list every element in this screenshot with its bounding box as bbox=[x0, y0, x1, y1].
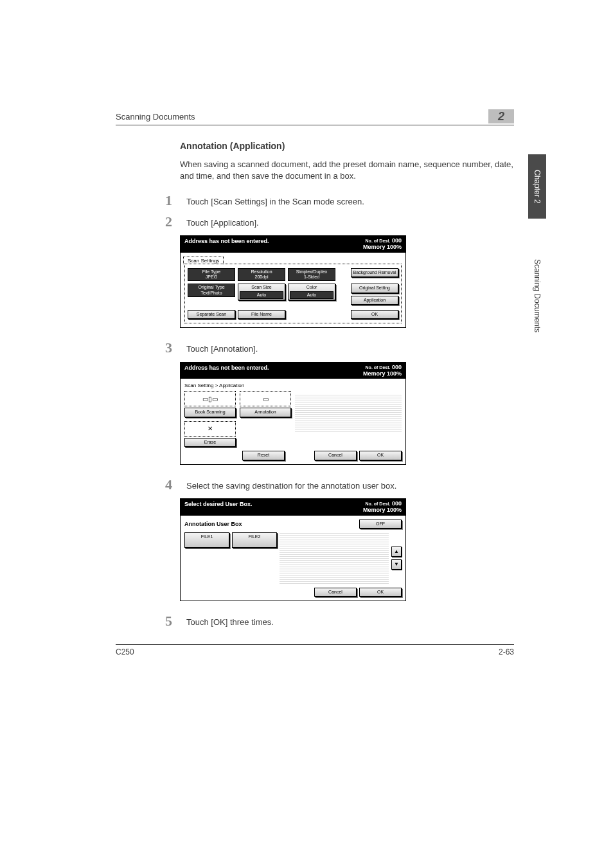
ui4-header-right: No. of Dest. 000 Memory 100% bbox=[363, 501, 402, 514]
ui-select-user-box: Select desired User Box. No. of Dest. 00… bbox=[180, 498, 406, 602]
step-2-number: 2 bbox=[161, 215, 172, 229]
side-tab-section: Scanning Documents bbox=[528, 225, 546, 366]
ui4-ok-button[interactable]: OK bbox=[359, 588, 402, 597]
running-head: Scanning Documents 2 bbox=[116, 109, 514, 125]
file-type-button[interactable]: File Type JPEG bbox=[188, 268, 235, 282]
step-5-number: 5 bbox=[161, 614, 172, 628]
ui3-dest-label: No. of Dest. bbox=[366, 365, 391, 370]
original-type-button[interactable]: Original Type Text/Photo bbox=[188, 284, 235, 297]
ui4-subtitle: Annotation User Box bbox=[184, 521, 242, 527]
original-type-value: Text/Photo bbox=[200, 291, 222, 295]
running-head-title: Scanning Documents bbox=[116, 112, 195, 122]
ui4-header-left: Select desired User Box. bbox=[184, 501, 253, 514]
ui3-breadcrumb: Scan Setting > Application bbox=[184, 383, 402, 388]
ui3-header-left: Address has not been entered. bbox=[184, 365, 269, 377]
file-type-label: File Type bbox=[202, 269, 220, 274]
simplex-duplex-value: 1-Sided bbox=[304, 275, 319, 279]
erase-button[interactable]: Erase bbox=[184, 438, 236, 447]
ui-application: Address has not been entered. No. of Des… bbox=[180, 362, 406, 465]
resolution-label: Resolution bbox=[251, 269, 272, 274]
ui3-header: Address has not been entered. No. of Des… bbox=[181, 363, 405, 379]
ui4-memory: Memory 100% bbox=[363, 507, 402, 513]
step-1-number: 1 bbox=[161, 194, 172, 208]
ui2-tab-scan-settings[interactable]: Scan Settings bbox=[183, 257, 224, 264]
step-4-text: Select the saving destination for the an… bbox=[186, 478, 396, 492]
ui3-reset-button[interactable]: Reset bbox=[242, 451, 285, 460]
step-5-text: Touch [OK] three times. bbox=[186, 614, 274, 628]
application-button[interactable]: Application bbox=[351, 296, 398, 305]
book-scanning-icon: ▭▯▭ bbox=[184, 391, 236, 406]
ui2-header-left: Address has not been entered. bbox=[184, 238, 269, 251]
scan-size-label: Scan Size bbox=[251, 285, 272, 289]
scroll-up-button[interactable]: ▲ bbox=[391, 547, 402, 557]
file-type-value: JPEG bbox=[206, 275, 217, 279]
resolution-button[interactable]: Resolution 200dpi bbox=[238, 268, 285, 282]
book-scanning-button[interactable]: Book Scanning bbox=[184, 408, 236, 417]
step-3-number: 3 bbox=[161, 341, 172, 355]
step-1-text: Touch [Scan Settings] in the Scan mode s… bbox=[186, 194, 364, 208]
ui2-dest-val: 000 bbox=[392, 237, 402, 244]
ui4-dest-val: 000 bbox=[392, 500, 402, 507]
background-removal-button[interactable]: Background Removal bbox=[351, 268, 398, 277]
step-3: 3 Touch [Annotation]. bbox=[161, 341, 514, 355]
step-1: 1 Touch [Scan Settings] in the Scan mode… bbox=[161, 194, 514, 208]
annotation-icon: ▭ bbox=[240, 391, 291, 406]
original-type-label: Original Type bbox=[198, 285, 224, 289]
page-content: Scanning Documents 2 Annotation (Applica… bbox=[116, 109, 514, 656]
ui3-ok-button[interactable]: OK bbox=[359, 451, 402, 460]
ui4-off-button[interactable]: OFF bbox=[359, 520, 402, 529]
annotation-button[interactable]: Annotation bbox=[240, 408, 291, 417]
scroll-down-button[interactable]: ▼ bbox=[391, 559, 402, 570]
ui2-memory: Memory 100% bbox=[363, 244, 402, 250]
color-label: Color bbox=[306, 285, 317, 289]
color-value: Auto bbox=[290, 291, 333, 299]
file1-button[interactable]: FILE1 bbox=[184, 532, 229, 548]
step-3-text: Touch [Annotation]. bbox=[186, 341, 258, 355]
scan-size-value: Auto bbox=[240, 291, 283, 299]
step-4-number: 4 bbox=[161, 478, 172, 492]
intro-paragraph: When saving a scanned document, add the … bbox=[180, 159, 514, 182]
ui4-header: Select desired User Box. No. of Dest. 00… bbox=[181, 499, 405, 516]
ui3-empty-area bbox=[295, 393, 402, 432]
ui3-cancel-button[interactable]: Cancel bbox=[314, 451, 357, 460]
original-setting-button[interactable]: Original Setting bbox=[351, 284, 398, 293]
step-5: 5 Touch [OK] three times. bbox=[161, 614, 514, 628]
step-4: 4 Select the saving destination for the … bbox=[161, 478, 514, 492]
file2-button[interactable]: FILE2 bbox=[232, 532, 277, 548]
footer-right: 2-63 bbox=[499, 647, 514, 656]
step-2: 2 Touch [Application]. bbox=[161, 215, 514, 229]
footer-left: C250 bbox=[116, 647, 134, 656]
ui4-cancel-button[interactable]: Cancel bbox=[314, 588, 357, 597]
ui2-header: Address has not been entered. No. of Des… bbox=[181, 236, 405, 253]
ui-scan-settings: Address has not been entered. No. of Des… bbox=[180, 235, 406, 329]
separate-scan-button[interactable]: Separate Scan bbox=[188, 310, 235, 319]
ui3-header-right: No. of Dest. 000 Memory 100% bbox=[363, 365, 402, 377]
ui2-header-right: No. of Dest. 000 Memory 100% bbox=[363, 238, 402, 251]
simplex-duplex-label: Simplex/Duplex bbox=[296, 269, 328, 274]
scan-size-button[interactable]: Scan Size Auto bbox=[238, 284, 285, 300]
ui3-memory: Memory 100% bbox=[363, 370, 402, 377]
file-name-button[interactable]: File Name bbox=[238, 310, 285, 319]
page-footer: C250 2-63 bbox=[116, 644, 514, 656]
ui4-dest-label: No. of Dest. bbox=[366, 502, 391, 506]
ui3-dest-val: 000 bbox=[392, 364, 402, 370]
erase-icon: ✕ bbox=[184, 421, 236, 437]
ui2-dest-label: No. of Dest. bbox=[366, 239, 391, 243]
section-heading: Annotation (Application) bbox=[180, 141, 514, 151]
color-button[interactable]: Color Auto bbox=[288, 284, 335, 300]
ui4-empty-area bbox=[280, 532, 389, 584]
side-tab-chapter: Chapter 2 bbox=[528, 154, 546, 219]
simplex-duplex-button[interactable]: Simplex/Duplex 1-Sided bbox=[288, 268, 335, 282]
resolution-value: 200dpi bbox=[254, 275, 268, 279]
chapter-chip: 2 bbox=[488, 109, 514, 123]
ui2-ok-button[interactable]: OK bbox=[351, 310, 398, 319]
step-2-text: Touch [Application]. bbox=[186, 215, 259, 229]
